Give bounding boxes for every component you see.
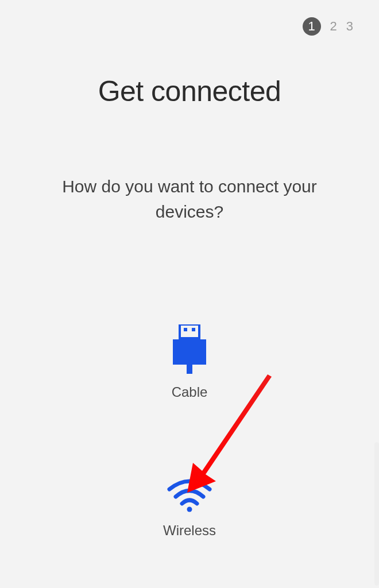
step-3: 3 (346, 19, 353, 34)
connection-options: Cable Wireless (0, 324, 379, 539)
step-indicator: 1 2 3 (303, 17, 354, 36)
page-title: Get connected (0, 75, 379, 108)
cable-option[interactable]: Cable (172, 324, 208, 400)
step-2: 2 (330, 19, 337, 34)
scrollbar (374, 442, 379, 586)
wifi-icon (167, 478, 212, 514)
svg-point-5 (187, 507, 192, 512)
cable-label: Cable (172, 384, 208, 400)
page-subtitle: How do you want to connect your devices? (0, 174, 379, 224)
svg-rect-2 (192, 328, 195, 331)
step-1: 1 (303, 17, 321, 36)
wireless-label: Wireless (163, 523, 216, 539)
cable-icon (173, 324, 206, 376)
svg-rect-0 (180, 324, 199, 338)
svg-rect-1 (184, 328, 187, 331)
wireless-option[interactable]: Wireless (163, 478, 216, 539)
svg-rect-4 (187, 365, 192, 374)
svg-rect-3 (173, 339, 206, 365)
